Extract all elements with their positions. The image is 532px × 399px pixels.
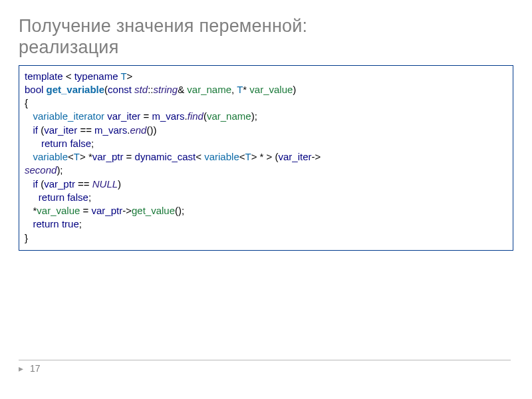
code-line-1: template < typename T>	[25, 70, 507, 83]
code-line-9: return false;	[25, 191, 507, 204]
code-line-7: variable<T> *var_ptr = dynamic_cast< var…	[25, 150, 507, 164]
footer-row: ▸ 17	[19, 363, 511, 374]
title-line-1: Получение значения переменной:	[19, 16, 307, 36]
code-line-11: return true;	[25, 217, 507, 231]
code-line-7b: second);	[25, 164, 507, 177]
code-line-12: }	[25, 231, 507, 245]
code-block: template < typename T> bool get_variable…	[19, 65, 513, 251]
code-line-5: if (var_iter == m_vars.end())	[25, 124, 507, 137]
code-line-2: bool get_variable(const std::string& var…	[25, 83, 507, 96]
code-line-10: *var_value = var_ptr->get_value();	[25, 204, 507, 217]
arrow-icon: ▸	[19, 363, 23, 374]
code-line-6: return false;	[25, 137, 507, 150]
title-line-2: реализация	[19, 37, 118, 57]
code-line-8: if (var_ptr == NULL)	[25, 178, 507, 191]
slide-title: Получение значения переменной: реализаци…	[19, 16, 513, 59]
code-line-3: {	[25, 96, 507, 110]
code-line-4: variable_iterator var_iter = m_vars.find…	[25, 110, 507, 123]
divider	[19, 360, 511, 360]
slide: Получение значения переменной: реализаци…	[0, 0, 532, 399]
slide-footer: ▸ 17	[19, 360, 511, 374]
page-number: 17	[30, 363, 41, 374]
